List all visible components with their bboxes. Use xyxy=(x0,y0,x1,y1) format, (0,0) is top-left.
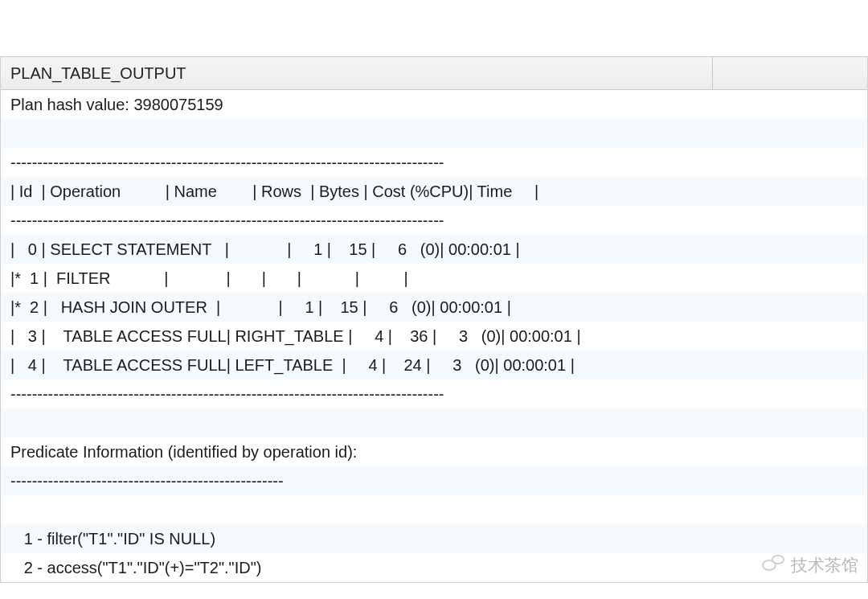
output-line: |* 1 | FILTER | | | | | | xyxy=(1,264,867,293)
output-line xyxy=(1,495,867,524)
output-line: | 4 | TABLE ACCESS FULL| LEFT_TABLE | 4 … xyxy=(1,351,867,380)
output-line xyxy=(1,408,867,437)
output-line: 1 - filter("T1"."ID" IS NULL) xyxy=(1,524,867,553)
plan-output-body: Plan hash value: 3980075159 ------------… xyxy=(1,90,867,582)
output-line: ----------------------------------------… xyxy=(1,206,867,235)
output-line: | 3 | TABLE ACCESS FULL| RIGHT_TABLE | 4… xyxy=(1,322,867,351)
column-header-row: PLAN_TABLE_OUTPUT xyxy=(1,56,867,90)
plan-table-output: PLAN_TABLE_OUTPUT Plan hash value: 39800… xyxy=(0,56,868,583)
output-line: ----------------------------------------… xyxy=(1,380,867,408)
output-line: | 0 | SELECT STATEMENT | | 1 | 15 | 6 (0… xyxy=(1,235,867,264)
output-line: Predicate Information (identified by ope… xyxy=(1,437,867,466)
output-line: | Id | Operation | Name | Rows | Bytes |… xyxy=(1,177,867,206)
output-line: Plan hash value: 3980075159 xyxy=(1,90,867,119)
output-line: 2 - access("T1"."ID"(+)="T2"."ID") xyxy=(1,553,867,582)
output-line: |* 2 | HASH JOIN OUTER | | 1 | 15 | 6 (0… xyxy=(1,293,867,322)
output-line: ----------------------------------------… xyxy=(1,148,867,177)
output-line xyxy=(1,119,867,148)
column-header[interactable]: PLAN_TABLE_OUTPUT xyxy=(10,62,712,84)
output-line: ----------------------------------------… xyxy=(1,466,867,495)
header-spacer xyxy=(713,62,858,84)
